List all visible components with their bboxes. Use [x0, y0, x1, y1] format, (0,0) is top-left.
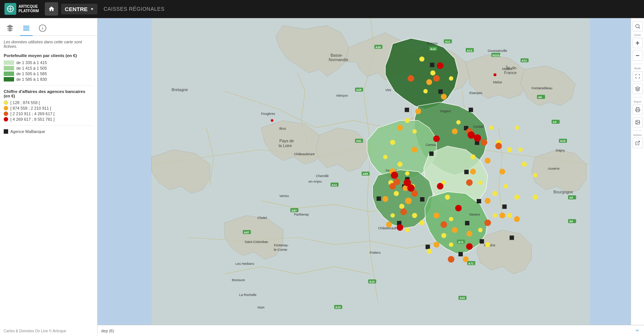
svg-text:Chemillé: Chemillé: [316, 174, 329, 178]
svg-text:Châteaubriant: Châteaubriant: [294, 152, 315, 156]
nav-centre-label: CENTRE: [65, 6, 88, 12]
bottom-bar: dep (6): [97, 325, 644, 336]
nav-caisses: CAISSES RÉGIONALES: [103, 6, 165, 12]
svg-text:Goussainville: Goussainville: [488, 49, 507, 53]
rennes-dot: [271, 119, 273, 122]
zoom-in-button[interactable]: +: [633, 38, 643, 48]
legend-agence: Agence MaBanque: [4, 129, 93, 134]
svg-text:Bretagne: Bretagne: [172, 87, 188, 92]
svg-text:Vertou: Vertou: [279, 194, 289, 198]
svg-text:Joigny: Joigny: [555, 149, 565, 152]
image-button[interactable]: [633, 117, 643, 127]
svg-text:Melun: Melun: [493, 80, 502, 84]
svg-text:Etampes: Etampes: [469, 91, 483, 95]
svg-point-89: [635, 24, 639, 28]
svg-text:Auxerre: Auxerre: [548, 167, 560, 170]
logo-icon: [4, 3, 16, 15]
legend-chiffre-4: [ 4 269 617 ; 8 551 781 ]: [4, 117, 93, 122]
svg-text:Niort: Niort: [258, 306, 265, 309]
legend-portefeuille-3: de 1 505 à 1 585: [4, 71, 93, 76]
svg-text:Fougères: Fougères: [261, 112, 275, 116]
tab-layers[interactable]: [4, 21, 16, 35]
svg-point-92: [637, 121, 637, 122]
fictive-note: Les données utilisées dans cette carte s…: [4, 40, 93, 49]
legend-chiffre-3: [ 2 210 911 ; 4 269 617 [: [4, 112, 93, 116]
nav-centre-dropdown-icon: ▼: [90, 7, 94, 11]
svg-text:A6: A6: [569, 196, 573, 199]
svg-text:Alençon: Alençon: [336, 94, 348, 97]
paris-dot: [494, 73, 497, 76]
svg-text:A11: A11: [522, 59, 527, 62]
tab-info[interactable]: [36, 21, 49, 35]
expand-button[interactable]: [634, 327, 640, 334]
dep-label: dep (6): [101, 329, 114, 333]
home-button[interactable]: [45, 2, 58, 16]
svg-text:Vire: Vire: [385, 88, 391, 92]
chiffre-title: Chiffre d'affaires des agences bancaires…: [4, 89, 93, 98]
svg-rect-90: [636, 110, 639, 112]
svg-text:Meaux: Meaux: [502, 67, 512, 71]
svg-text:A20: A20: [459, 296, 465, 300]
svg-text:Normandie: Normandie: [329, 57, 348, 62]
tab-list[interactable]: [20, 21, 33, 36]
nav-centre[interactable]: CENTRE ▼: [61, 4, 98, 14]
legend-chiffre-2: [ 874 559 ; 2 210 911 [: [4, 106, 93, 110]
svg-text:A11: A11: [332, 183, 337, 187]
legend-portefeuille-4: de 1 585 à 1 830: [4, 77, 93, 81]
svg-text:A87: A87: [244, 231, 249, 234]
svg-text:Evreux: Evreux: [427, 41, 438, 45]
svg-text:A10: A10: [369, 280, 375, 283]
svg-text:A71: A71: [468, 262, 474, 265]
svg-text:Nevers: Nevers: [469, 213, 480, 216]
svg-text:Basse-: Basse-: [331, 53, 343, 57]
svg-text:A81: A81: [356, 139, 362, 143]
actions-label: Actions: [633, 134, 642, 136]
svg-text:le-Comte: le-Comte: [274, 248, 287, 252]
svg-text:Corbeil: Corbeil: [473, 125, 484, 129]
svg-text:Cholet: Cholet: [258, 216, 267, 220]
action-button[interactable]: [633, 138, 643, 148]
svg-text:Fontenay-: Fontenay-: [274, 243, 289, 247]
legend-portefeuille-2: de 1 415 à 1 505: [4, 66, 93, 70]
svg-text:A28: A28: [375, 46, 381, 49]
svg-text:Pays de: Pays de: [279, 139, 294, 143]
svg-text:Moulins: Moulins: [484, 243, 495, 247]
svg-text:A11: A11: [445, 40, 451, 43]
svg-text:A28: A28: [356, 88, 362, 92]
map-area[interactable]: Basse- Normandie Île-de- France Pays de …: [97, 18, 644, 336]
header: ARTICQUE PLATFORM CENTRE ▼ CAISSES RÉGIO…: [0, 0, 644, 18]
svg-text:A5: A5: [553, 120, 557, 124]
layers-button[interactable]: [633, 84, 643, 94]
svg-text:A13: A13: [467, 49, 472, 52]
chiffre-filter-icon[interactable]: [89, 91, 93, 96]
svg-text:Bressure: Bressure: [232, 278, 245, 282]
logo-text: ARTICQUE PLATFORM: [19, 4, 39, 13]
portefeuille-filter-icon[interactable]: [79, 53, 84, 58]
svg-text:A13: A13: [430, 47, 436, 51]
fullscreen-button[interactable]: [633, 71, 643, 81]
mode-label: Mode: [634, 67, 641, 70]
svg-text:A71: A71: [458, 240, 464, 244]
svg-text:France: France: [504, 70, 517, 75]
svg-text:Saumur: Saumur: [385, 169, 397, 172]
svg-text:Bruz: Bruz: [279, 127, 286, 130]
svg-text:Les Herbiers: Les Herbiers: [236, 262, 255, 266]
chiffre-title-text: Chiffre d'affaires des agences bancaires…: [4, 89, 87, 98]
svg-text:A10: A10: [335, 306, 341, 309]
svg-text:Nogent: Nogent: [440, 109, 451, 113]
svg-text:A19: A19: [560, 139, 565, 143]
print-button[interactable]: [633, 104, 643, 115]
svg-text:Camou: Camou: [425, 143, 436, 147]
zoom-out-button[interactable]: −: [633, 50, 643, 61]
zoom-label: Zoom: [634, 34, 641, 36]
svg-text:A6: A6: [538, 96, 542, 99]
svg-line-93: [637, 141, 639, 143]
portefeuille-title: Portefeuille moyen par clients (en €): [4, 53, 93, 58]
svg-text:A6: A6: [569, 220, 573, 223]
map-svg: Basse- Normandie Île-de- France Pays de …: [97, 18, 644, 336]
sidebar-content: Les données utilisées dans cette carte s…: [0, 36, 97, 139]
svg-text:la Loire: la Loire: [279, 143, 292, 148]
search-button[interactable]: [633, 21, 643, 31]
logo-area: ARTICQUE PLATFORM: [4, 3, 39, 15]
svg-text:Châtellerault: Châtellerault: [378, 226, 396, 230]
